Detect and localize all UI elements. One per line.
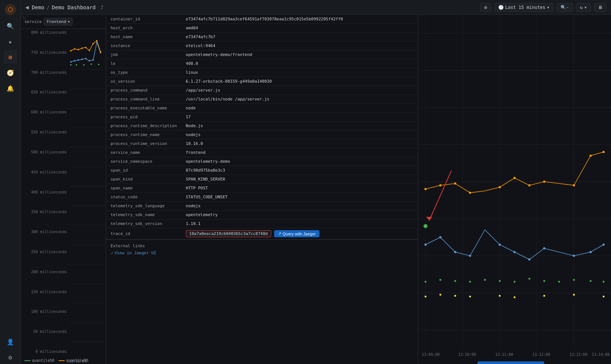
svg-point-28 bbox=[70, 50, 72, 52]
svg-point-94 bbox=[454, 295, 456, 297]
y-label-700: 700 milliseconds bbox=[21, 70, 69, 75]
sidebar-explore[interactable]: 🧭 bbox=[4, 66, 17, 79]
table-row: span_nameHTTP POST bbox=[106, 184, 418, 193]
table-cell-key: process_pid bbox=[106, 113, 181, 122]
table-cell-key: process_executable_name bbox=[106, 104, 181, 113]
legend-label-quantile50: quantile50 bbox=[32, 358, 54, 363]
tv-mode-button[interactable]: 🖥 bbox=[594, 3, 607, 12]
table-row: os_version6.1.27-orbstack-00159-g449a0a1… bbox=[106, 77, 418, 86]
view-jaeger-link[interactable]: ↗ View in Jaeger UI bbox=[111, 251, 413, 255]
svg-text:13:10:00: 13:10:00 bbox=[458, 353, 476, 357]
table-cell-key: os_version bbox=[106, 77, 181, 86]
zoom-out-button[interactable]: 🔍- bbox=[556, 3, 573, 12]
breadcrumb-demo[interactable]: Demo bbox=[32, 4, 45, 10]
table-row: process_runtime_descriptionNode.js bbox=[106, 122, 418, 130]
svg-point-31 bbox=[81, 47, 83, 49]
topbar: ◀ Demo / Demo Dashboard ⤴ ⚙ 🕐 Last 15 mi… bbox=[21, 0, 611, 15]
svg-point-63 bbox=[528, 184, 530, 186]
table-cell-key: job bbox=[106, 50, 181, 59]
svg-point-82 bbox=[469, 281, 471, 283]
y-label-0: 0 milliseconds bbox=[21, 350, 69, 354]
svg-point-68 bbox=[424, 244, 427, 246]
table-row: le400.0 bbox=[106, 59, 418, 68]
table-row: span_kindSPAN_KIND_SERVER bbox=[106, 175, 418, 184]
timeseries-panel: 13:09:00 13:10:00 13:11:00 13:12:00 13:1… bbox=[418, 15, 611, 364]
share-icon[interactable]: ⤴ bbox=[101, 5, 103, 10]
app-logo[interactable]: ⬡ bbox=[4, 4, 16, 16]
filter-dropdown-icon: ▾ bbox=[68, 19, 70, 24]
y-label-750: 750 milliseconds bbox=[21, 50, 69, 54]
table-cell-key: host_name bbox=[106, 33, 181, 42]
table-row: trace_id10a7a0eeca219c6040365c3a7cc8748d… bbox=[106, 228, 418, 239]
y-label-550: 550 milliseconds bbox=[21, 130, 69, 134]
back-button[interactable]: ◀ bbox=[25, 4, 29, 11]
table-cell-key: process_runtime_version bbox=[106, 139, 181, 148]
svg-point-67 bbox=[602, 151, 605, 153]
svg-point-97 bbox=[514, 297, 516, 298]
svg-point-95 bbox=[469, 296, 471, 298]
sidebar-alerts[interactable]: 🔔 bbox=[4, 82, 17, 95]
breadcrumb-dashboard[interactable]: Demo Dashboard bbox=[52, 4, 96, 10]
table-cell-key: service_namespace bbox=[106, 157, 181, 166]
sidebar-search[interactable]: 🔍 bbox=[4, 19, 17, 33]
filter-select[interactable]: frontend ▾ bbox=[44, 18, 73, 26]
table-cell-value: amd64 bbox=[181, 24, 418, 33]
table-row: telemetry_sdk_languagenodejs bbox=[106, 202, 418, 211]
table-cell-value: e73474afc7b7 bbox=[181, 33, 418, 42]
time-range-picker[interactable]: 🕐 Last 15 minutes ▾ bbox=[494, 3, 554, 12]
y-label-450: 450 milliseconds bbox=[21, 170, 69, 174]
left-chart-area: 800 milliseconds 750 milliseconds 700 mi… bbox=[21, 29, 106, 364]
svg-point-76 bbox=[573, 255, 575, 257]
tv-icon: 🖥 bbox=[598, 5, 602, 10]
sidebar-dashboards[interactable]: ⊞ bbox=[4, 50, 17, 64]
sidebar-user[interactable]: 👤 bbox=[4, 335, 17, 348]
table-cell-key: process_command bbox=[106, 86, 181, 95]
table-row: os_typelinux bbox=[106, 68, 418, 77]
topbar-actions: ⚙ 🕐 Last 15 minutes ▾ 🔍- ↻ ▾ 🖥 bbox=[480, 3, 607, 12]
table-cell-value: STATUS_CODE_UNSET bbox=[181, 193, 418, 202]
svg-point-77 bbox=[589, 251, 592, 253]
chevron-down-icon2: ▾ bbox=[584, 5, 587, 10]
settings-button[interactable]: ⚙ bbox=[480, 3, 491, 12]
svg-point-65 bbox=[573, 184, 575, 186]
svg-point-40 bbox=[91, 63, 92, 65]
sidebar-settings[interactable]: ⚙ bbox=[4, 351, 17, 364]
sidebar-starred[interactable]: ★ bbox=[4, 35, 17, 48]
table-cell-key: host_arch bbox=[106, 24, 181, 33]
y-label-800: 800 milliseconds bbox=[21, 30, 69, 34]
svg-point-91 bbox=[603, 281, 605, 283]
table-row: process_command/app/server.js bbox=[106, 86, 418, 95]
sidebar-toggle[interactable]: › bbox=[21, 14, 27, 20]
table-cell-value: opentelemetry-demo/frontend bbox=[181, 50, 418, 59]
table-cell-value: 6.1.27-orbstack-00159-g449a0a140030 bbox=[181, 77, 418, 86]
main-content: service frontend ▾ 800 milliseconds 750 … bbox=[21, 15, 611, 364]
query-jaeger-button[interactable]: ↗ Query with Jaeger bbox=[274, 230, 319, 237]
svg-point-87 bbox=[543, 280, 545, 282]
svg-point-88 bbox=[558, 281, 560, 283]
svg-point-74 bbox=[528, 258, 530, 261]
refresh-button[interactable]: ↻ ▾ bbox=[576, 3, 591, 12]
table-cell-key: telemetry_sdk_version bbox=[106, 219, 181, 228]
svg-point-83 bbox=[484, 279, 486, 281]
breadcrumb: Demo / Demo Dashboard bbox=[32, 4, 96, 10]
svg-point-90 bbox=[590, 280, 592, 282]
table-cell-key: trace_id bbox=[106, 228, 181, 239]
legend-quantile95: quantile95 bbox=[59, 358, 88, 363]
svg-text:13:12:00: 13:12:00 bbox=[532, 353, 550, 357]
svg-point-30 bbox=[78, 49, 79, 50]
y-label-300: 300 milliseconds bbox=[21, 230, 69, 234]
svg-point-22 bbox=[81, 59, 83, 60]
table-cell-value: 1.10.1 bbox=[181, 219, 418, 228]
left-chart-svg bbox=[69, 30, 106, 355]
table-cell-value: 10a7a0eeca219c6040365c3a7cc8748d↗ Query … bbox=[181, 228, 418, 239]
table-cell-value: Node.js bbox=[181, 122, 418, 130]
svg-point-81 bbox=[454, 280, 456, 282]
table-cell-value: 400.0 bbox=[181, 59, 418, 68]
trace-id-value: 10a7a0eeca219c6040365c3a7cc8748d bbox=[186, 230, 271, 237]
svg-point-85 bbox=[514, 281, 516, 283]
y-label-650: 650 milliseconds bbox=[21, 90, 69, 94]
table-cell-key: process_command_line bbox=[106, 95, 181, 104]
svg-point-58 bbox=[439, 184, 441, 186]
table-row: process_command_line/usr/local/bin/node … bbox=[106, 95, 418, 104]
legend-quantile50: quantile50 bbox=[24, 358, 54, 363]
